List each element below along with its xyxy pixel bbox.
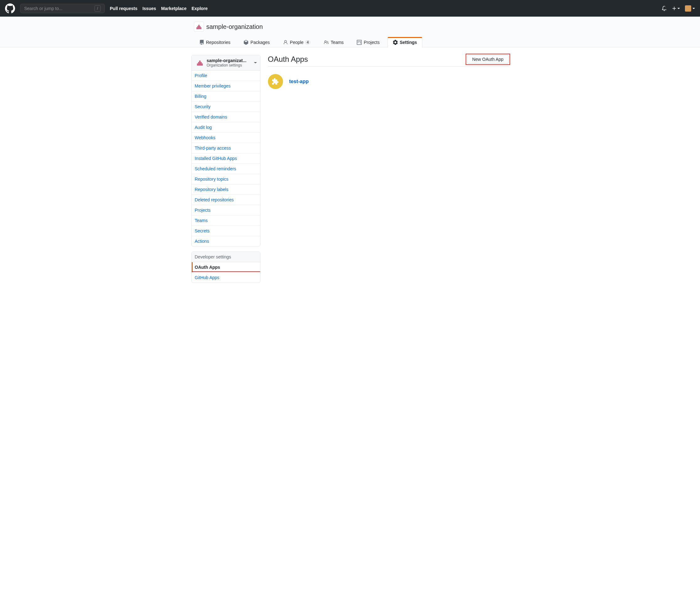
user-menu[interactable] (685, 5, 695, 11)
tab-label: Repositories (206, 40, 231, 45)
developer-settings-menu: Developer settings OAuth Apps GitHub App… (192, 252, 260, 283)
people-count-badge: 4 (305, 40, 310, 45)
sidebar-item-secrets[interactable]: Secrets (192, 226, 260, 236)
search-box[interactable]: / (20, 4, 105, 13)
app-name-link[interactable]: test-app (289, 79, 309, 84)
sidebar-item-deleted-repositories[interactable]: Deleted repositories (192, 195, 260, 205)
tab-label: People (290, 40, 304, 45)
sidebar-item-security[interactable]: Security (192, 102, 260, 112)
person-icon (283, 40, 288, 45)
nav-marketplace[interactable]: Marketplace (161, 6, 187, 11)
sidebar-item-projects[interactable]: Projects (192, 205, 260, 215)
org-avatar-small (195, 58, 205, 68)
sidebar-item-webhooks[interactable]: Webhooks (192, 133, 260, 143)
nav-pull-requests[interactable]: Pull requests (110, 6, 138, 11)
sidebar-item-github-apps[interactable]: GitHub Apps (192, 272, 260, 283)
sidebar-item-actions[interactable]: Actions (192, 236, 260, 246)
developer-settings-heading: Developer settings (192, 252, 260, 262)
avatar (685, 5, 691, 11)
org-header: sample-organization Repositories Package… (0, 17, 700, 47)
org-name: sample-organization (206, 23, 263, 30)
app-icon (268, 74, 283, 89)
sidebar-item-third-party-access[interactable]: Third-party access (192, 143, 260, 153)
people-icon (324, 40, 329, 45)
sidebar-item-repository-topics[interactable]: Repository topics (192, 174, 260, 184)
search-input[interactable] (24, 6, 95, 11)
tab-packages[interactable]: Packages (238, 37, 275, 47)
tab-label: Packages (250, 40, 270, 45)
header-nav: Pull requests Issues Marketplace Explore (110, 6, 208, 11)
repo-icon (199, 40, 204, 45)
sidebar-item-repository-labels[interactable]: Repository labels (192, 184, 260, 195)
chevron-down-icon (254, 60, 257, 65)
tab-teams[interactable]: Teams (319, 37, 349, 47)
notifications-icon[interactable] (662, 6, 667, 11)
nav-explore[interactable]: Explore (192, 6, 207, 11)
sidebar-item-profile[interactable]: Profile (192, 71, 260, 81)
tab-people[interactable]: People 4 (278, 37, 316, 47)
sidebar-item-audit-log[interactable]: Audit log (192, 122, 260, 133)
tab-projects[interactable]: Projects (351, 37, 385, 47)
tab-label: Teams (331, 40, 344, 45)
page-title: OAuth Apps (268, 55, 308, 64)
nav-issues[interactable]: Issues (143, 6, 156, 11)
sidebar-item-member-privileges[interactable]: Member privileges (192, 81, 260, 91)
context-title: sample-organizat... (207, 58, 254, 63)
org-context-switcher[interactable]: sample-organizat... Organization setting… (192, 55, 260, 71)
project-icon (357, 40, 362, 45)
sidebar-item-scheduled-reminders[interactable]: Scheduled reminders (192, 164, 260, 174)
tab-settings[interactable]: Settings (388, 37, 422, 47)
context-subtitle: Organization settings (207, 63, 254, 68)
org-tabs: Repositories Packages People 4 Teams Pro… (192, 37, 509, 47)
settings-sidebar: sample-organizat... Organization setting… (192, 55, 260, 288)
org-avatar (194, 22, 204, 32)
tab-label: Projects (364, 40, 380, 45)
oauth-app-item: test-app (268, 72, 509, 92)
new-oauth-app-button[interactable]: New OAuth App (467, 55, 509, 64)
global-header: / Pull requests Issues Marketplace Explo… (0, 0, 700, 17)
sidebar-item-teams[interactable]: Teams (192, 215, 260, 226)
github-logo[interactable] (5, 3, 15, 14)
slash-key-icon: / (95, 5, 101, 11)
tab-repositories[interactable]: Repositories (194, 37, 236, 47)
sidebar-item-oauth-apps[interactable]: OAuth Apps (192, 262, 260, 272)
sidebar-item-installed-github-apps[interactable]: Installed GitHub Apps (192, 153, 260, 164)
sidebar-item-verified-domains[interactable]: Verified domains (192, 112, 260, 122)
package-icon (244, 40, 249, 45)
sidebar-primary-items: ProfileMember privilegesBillingSecurityV… (192, 71, 260, 246)
create-dropdown[interactable] (672, 6, 680, 11)
sidebar-item-billing[interactable]: Billing (192, 91, 260, 102)
tab-label: Settings (400, 40, 417, 45)
gear-icon (393, 40, 398, 45)
puzzle-icon (272, 78, 279, 85)
